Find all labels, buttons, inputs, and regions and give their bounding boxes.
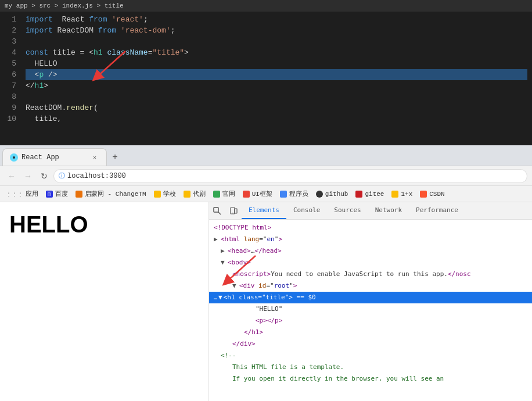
dom-comment-open[interactable]: <!-- (209, 350, 532, 361)
url-text: localhost:3000 (67, 172, 126, 180)
dom-doctype[interactable]: <!DOCTYPE html> (209, 222, 532, 234)
back-button[interactable]: ← (5, 169, 19, 183)
tab-sources[interactable]: Sources (327, 202, 368, 219)
bookmark-gitee[interactable]: gitee (352, 189, 387, 199)
bookmark-github[interactable]: github (312, 189, 352, 199)
dom-div-root[interactable]: ▼ <div id="root" > (209, 280, 532, 292)
dom-h1-selected[interactable]: … ▼ <h1 class="title" > == $0 (209, 292, 532, 303)
code-editor: my app > src > index.js > title 1 2 3 4 … (0, 0, 532, 145)
dom-html[interactable]: ▶ <html lang="en" > (209, 234, 532, 245)
dom-body-open[interactable]: ▼ <body> (209, 257, 532, 268)
browser-window: React App ✕ + ← → ↻ ⓘ localhost:3000 ⋮⋮⋮… (0, 145, 532, 401)
dom-comment-line2[interactable]: If you open it directly in the browser, … (209, 373, 532, 385)
bookmark-drama[interactable]: 代剧 (180, 188, 209, 199)
tab-favicon (10, 153, 18, 162)
dom-tree: <!DOCTYPE html> ▶ <html lang="en" > ▶ <h… (209, 220, 532, 401)
browser-content: HELLO Elements (0, 202, 532, 401)
dom-head[interactable]: ▶ <head>…</head> (209, 245, 532, 257)
bookmark-apps[interactable]: ⋮⋮⋮ 应用 (2, 188, 42, 199)
bookmark-school[interactable]: 学校 (150, 188, 179, 199)
browser-tab[interactable]: React App ✕ (2, 148, 107, 166)
page-render-area: HELLO (0, 202, 209, 401)
bookmark-baidu[interactable]: 百 百度 (42, 188, 71, 199)
svg-rect-2 (214, 207, 218, 212)
breadcrumb: my app > src > index.js > title (0, 0, 532, 12)
svg-rect-4 (232, 213, 233, 213)
bookmarks-bar: ⋮⋮⋮ 应用 百 百度 启蒙网 - ChangeTM 学校 代剧 官网 UI框架 (0, 186, 532, 202)
dom-noscript[interactable]: <noscript>You need to enable JavaScript … (209, 268, 532, 280)
dom-div-close[interactable]: </div> (209, 338, 532, 350)
bookmark-1x[interactable]: 1+x (388, 189, 416, 199)
tab-performance[interactable]: Performance (409, 202, 465, 219)
tab-network[interactable]: Network (368, 202, 409, 219)
svg-rect-5 (235, 209, 237, 213)
bookmark-csdn[interactable]: CSDN (416, 189, 448, 199)
tab-bar: React App ✕ + (0, 145, 532, 166)
navigation-bar: ← → ↻ ⓘ localhost:3000 (0, 166, 532, 186)
secure-icon: ⓘ (59, 171, 65, 180)
bookmark-official[interactable]: 官网 (210, 188, 239, 199)
dom-hello-text[interactable]: "HELLO" (209, 303, 532, 315)
line-numbers: 1 2 3 4 5 6 7 8 9 10 (0, 12, 21, 145)
new-tab-button[interactable]: + (107, 149, 123, 166)
tab-close-button[interactable]: ✕ (90, 153, 99, 162)
svg-point-1 (13, 156, 15, 159)
forward-button[interactable]: → (21, 169, 35, 183)
bookmark-ui[interactable]: UI框架 (239, 188, 276, 199)
bookmark-programmer[interactable]: 程序员 (276, 188, 312, 199)
page-hello-text: HELLO (9, 212, 199, 238)
device-toolbar-button[interactable] (225, 203, 242, 219)
inspect-element-button[interactable] (209, 203, 225, 219)
devtools-panel: Elements Console Sources Network Perform… (209, 202, 532, 401)
dom-p-tag[interactable]: <p></p> (209, 315, 532, 327)
dom-h1-close[interactable]: </h1> (209, 327, 532, 338)
bookmark-qimeng[interactable]: 启蒙网 - ChangeTM (72, 188, 150, 199)
devtools-tabs: Elements Console Sources Network Perform… (209, 202, 532, 220)
code-content: import React from 'react'; import ReactD… (21, 12, 532, 145)
tab-elements[interactable]: Elements (242, 202, 286, 219)
dom-comment-line1[interactable]: This HTML file is a template. (209, 361, 532, 373)
tab-console[interactable]: Console (286, 202, 327, 219)
tab-title: React App (21, 153, 59, 162)
address-bar[interactable]: ⓘ localhost:3000 (53, 169, 527, 183)
refresh-button[interactable]: ↻ (37, 169, 51, 183)
